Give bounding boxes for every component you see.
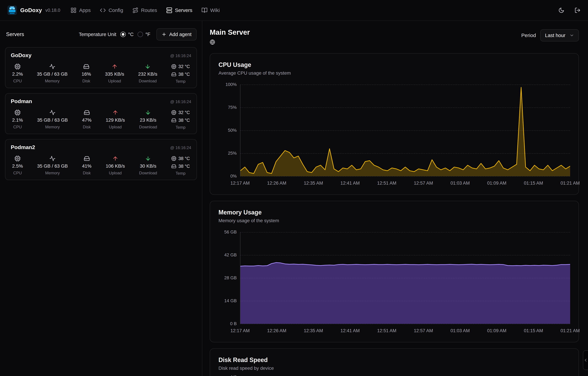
stat-cpu: 2.1% CPU	[12, 108, 23, 130]
chart-subtitle: Disk read speed by device	[218, 366, 570, 371]
arrow-down-icon	[145, 63, 151, 70]
nav-item-config[interactable]: Config	[100, 7, 123, 13]
temp-label: Temp	[176, 79, 186, 84]
radio-fahrenheit-control[interactable]	[138, 32, 143, 37]
period-select[interactable]: Last hour	[540, 29, 579, 42]
x-tick-label: 12:17 AM	[230, 328, 250, 333]
activity-icon	[49, 63, 55, 70]
hard-drive-icon	[84, 156, 90, 162]
cpu-label: CPU	[13, 171, 22, 175]
x-tick-label: 01:03 AM	[450, 328, 470, 333]
hard-drive-icon	[83, 63, 89, 70]
x-tick-label: 12:26 AM	[267, 181, 286, 186]
radio-fahrenheit[interactable]: °F	[138, 32, 150, 37]
main-content: Main Server Period Last hour CPU Usage A…	[202, 21, 588, 376]
upload-label: Upload	[109, 125, 122, 129]
globe-icon[interactable]	[210, 39, 215, 45]
download-value: 232 KB/s	[138, 71, 158, 78]
cpu-value: 2.5%	[12, 163, 23, 170]
nav-item-label: Config	[108, 7, 123, 13]
cpu-temp-value: 32 °C	[178, 64, 190, 69]
stat-memory: 35 GB / 63 GB Memory	[37, 63, 68, 84]
activity-icon	[49, 109, 55, 115]
stat-disk: 47% Disk	[82, 108, 92, 130]
panel-collapse-handle[interactable]	[583, 350, 588, 370]
cpu-value: 2.1%	[12, 116, 23, 124]
logout-icon	[575, 7, 581, 13]
x-axis: 12:17 AM12:26 AM12:35 AM12:41 AM12:51 AM…	[240, 176, 570, 188]
nav-item-apps[interactable]: Apps	[70, 7, 91, 13]
code-icon	[100, 7, 106, 13]
cpu-label: CPU	[13, 79, 22, 84]
memory-label: Memory	[45, 125, 60, 129]
add-agent-button[interactable]: Add agent	[156, 28, 197, 41]
temperature-unit-radio-group: °C °F	[120, 32, 150, 37]
period-label: Period	[521, 32, 536, 38]
arrow-up-icon	[112, 156, 118, 162]
download-label: Download	[139, 171, 157, 175]
disk-value: 41%	[82, 163, 92, 170]
cpu-icon	[171, 110, 176, 115]
hard-drive-icon	[171, 164, 176, 169]
x-tick-label: 01:15 AM	[524, 328, 543, 333]
stat-download: 23 KB/s Download	[139, 108, 157, 130]
grid-icon	[70, 7, 76, 13]
sidebar-title: Servers	[6, 31, 24, 37]
server-timestamp: @ 16:16:24	[170, 145, 191, 150]
server-card-podman2[interactable]: Podman2 @ 16:16:24 2.5% CPU 35 GB / 63 G…	[5, 139, 197, 180]
radio-fahrenheit-label: °F	[145, 32, 150, 37]
y-tick-label: 0%	[230, 174, 237, 179]
radio-celsius-label: °C	[128, 32, 134, 37]
server-name: Podman	[11, 98, 32, 104]
disk-temp-value: 38 °C	[178, 72, 190, 77]
y-tick-label: 25%	[228, 151, 237, 156]
servers-sidebar: Servers Temperature Unit °C °F Add agent	[0, 21, 202, 376]
x-tick-label: 12:57 AM	[414, 328, 433, 333]
radio-celsius-control[interactable]	[120, 32, 126, 37]
nav-item-servers[interactable]: Servers	[166, 7, 192, 13]
logout-button[interactable]	[575, 7, 581, 13]
stat-memory: 35 GB / 63 GB Memory	[37, 155, 68, 176]
y-tick-label: 14 GB	[224, 298, 237, 303]
theme-toggle-button[interactable]	[558, 7, 564, 13]
memory-value: 35 GB / 63 GB	[37, 163, 68, 170]
upload-label: Upload	[109, 171, 122, 175]
server-card-podman[interactable]: Podman @ 16:16:24 2.1% CPU 35 GB / 63 GB…	[5, 93, 197, 134]
x-tick-label: 12:41 AM	[341, 181, 360, 186]
cpu-icon	[14, 63, 21, 70]
stat-disk: 16% Disk	[82, 63, 91, 84]
x-tick-label: 12:51 AM	[377, 181, 396, 186]
x-tick-label: 01:21 AM	[561, 181, 580, 186]
hard-drive-icon	[171, 118, 176, 123]
arrow-down-icon	[145, 109, 151, 115]
chevron-left-icon	[583, 358, 588, 363]
arrow-down-icon	[145, 156, 151, 162]
cpu-temp-value: 32 °C	[178, 110, 190, 115]
x-tick-label: 12:57 AM	[414, 181, 433, 186]
navbar-actions	[558, 7, 581, 13]
x-tick-label: 12:41 AM	[341, 328, 360, 333]
chart-title: Memory Usage	[218, 209, 570, 216]
period-value: Last hour	[545, 33, 566, 38]
x-tick-label: 01:21 AM	[561, 328, 580, 333]
stat-cpu: 2.2% CPU	[12, 63, 23, 84]
cpu-icon	[14, 109, 21, 115]
chart-title: CPU Usage	[218, 61, 570, 68]
nav-item-label: Routes	[141, 7, 157, 13]
upload-value: 129 KB/s	[106, 116, 125, 124]
add-agent-label: Add agent	[169, 32, 192, 37]
nav-item-wiki[interactable]: Wiki	[202, 7, 220, 13]
y-axis: 100%75%50%25%0%	[218, 84, 240, 176]
godoxy-logo-icon	[7, 6, 17, 15]
radio-celsius[interactable]: °C	[120, 32, 134, 37]
nav-item-routes[interactable]: Routes	[132, 7, 157, 13]
download-label: Download	[139, 79, 157, 84]
stat-temp: 32 °C 38 °C Temp	[171, 63, 190, 84]
server-card-godoxy[interactable]: GoDoxy @ 16:16:24 2.2% CPU 35 GB / 63 GB…	[5, 47, 197, 88]
download-value: 23 KB/s	[140, 116, 156, 124]
nav-item-label: Servers	[175, 7, 192, 13]
disk-label: Disk	[83, 125, 91, 129]
stat-download: 30 KB/s Download	[139, 155, 157, 176]
chart-subtitle: Average CPU usage of the system	[218, 70, 570, 76]
y-tick-label: 0 B	[230, 321, 237, 326]
